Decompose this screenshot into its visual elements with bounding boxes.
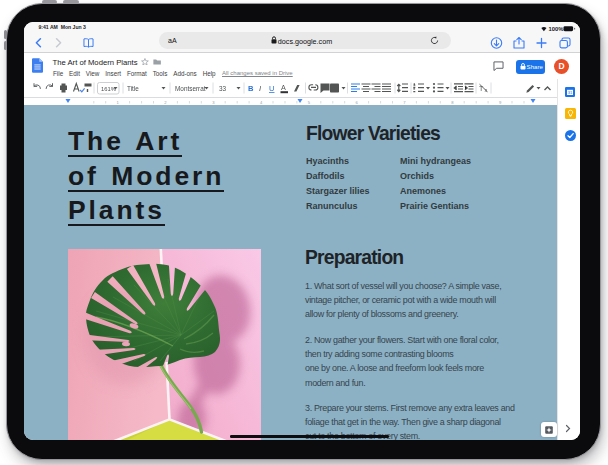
svg-text:B: B [248, 84, 254, 93]
svg-text:100%: 100% [549, 26, 564, 32]
svg-text:A: A [281, 83, 286, 92]
svg-text:U: U [269, 84, 274, 93]
svg-text:33: 33 [219, 85, 227, 92]
svg-text:I: I [259, 84, 262, 93]
svg-text:161%: 161% [101, 86, 116, 92]
svg-text:Title: Title [127, 85, 139, 92]
svg-text:Montserrat: Montserrat [175, 85, 206, 92]
svg-text:31: 31 [568, 90, 573, 95]
